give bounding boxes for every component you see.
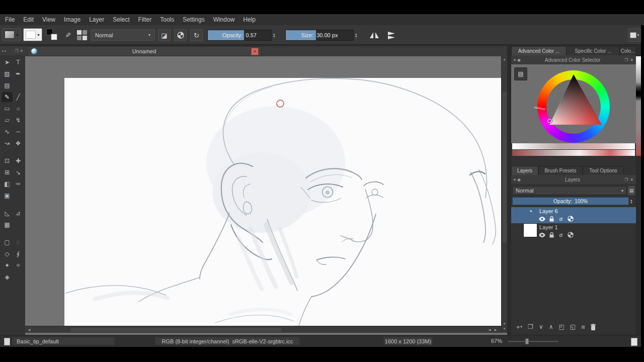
color-selector-handle[interactable]	[547, 119, 552, 123]
scroll-down-icon[interactable]: ▼	[502, 326, 507, 331]
workspace-chooser-button[interactable]: ▾	[628, 28, 641, 42]
layer-inherit-alpha-icon[interactable]	[567, 216, 574, 222]
tool-fill[interactable]: ◧	[2, 179, 13, 189]
tool-select-shapes[interactable]: ➤	[2, 57, 13, 67]
tool-magnetic-select[interactable]: ✧	[13, 260, 24, 270]
tool-freehand-brush[interactable]: ✎	[2, 92, 13, 102]
menu-filter[interactable]: Filter	[137, 16, 153, 23]
menu-image[interactable]: Image	[63, 16, 82, 23]
background-color-swatch[interactable]	[51, 34, 57, 40]
color-profile-status[interactable]: RGB (8-bit integer/channel) sRGB-elle-V2…	[155, 337, 300, 345]
spin-down-icon[interactable]: ▾	[630, 201, 632, 204]
tool-crop[interactable]: ⊡	[2, 156, 13, 166]
menu-edit[interactable]: Edit	[22, 16, 35, 23]
opacity-slider[interactable]: Opacity: 0.57	[207, 30, 272, 41]
panel-splitter[interactable]	[507, 46, 511, 335]
brush-tool-icon[interactable]: ✎	[61, 29, 74, 41]
tool-ellipse-select[interactable]: ◌	[13, 237, 24, 247]
layer-thumbnail[interactable]	[523, 223, 537, 237]
tool-rectangle[interactable]: ▭	[2, 104, 13, 114]
layer-properties-button[interactable]: ≡	[581, 323, 585, 331]
tool-multibrush[interactable]: ❖	[13, 138, 24, 148]
scroll-up-icon[interactable]: ▲	[502, 321, 507, 326]
docker-pin-icon[interactable]: ◉	[517, 177, 521, 182]
size-spinbox[interactable]: ▴▾	[355, 30, 357, 41]
horizontal-scrollbar[interactable]: ◀ ◀ ▶	[25, 326, 501, 333]
layer-visibility-icon[interactable]	[538, 216, 545, 222]
brush-size-slider[interactable]: Size: 30.00 px	[285, 30, 354, 41]
scroll-left-icon[interactable]: ◀	[27, 327, 32, 332]
drag-handle[interactable]	[2, 50, 6, 52]
tab-specific-color[interactable]: Specific Color ...	[567, 46, 620, 55]
mirror-horizontal-button[interactable]	[367, 29, 382, 42]
blending-mode-select[interactable]: Normal ▾	[91, 29, 155, 41]
layer-alpha-lock-icon[interactable]: α	[557, 216, 565, 222]
tool-move[interactable]: ✚	[13, 156, 24, 166]
layer-blending-mode-select[interactable]: Normal ▾	[512, 186, 627, 195]
close-docker-icon[interactable]: ✕	[630, 177, 633, 182]
expander-icon[interactable]: ▸	[530, 209, 532, 213]
docker-collapse-icon[interactable]: ▾	[514, 58, 516, 62]
tool-similar-select[interactable]: ✦	[2, 260, 13, 270]
tool-freehand-select[interactable]: ∮	[13, 249, 24, 259]
gradient-chooser-button[interactable]: ▾	[2, 28, 21, 41]
tool-assistants[interactable]: ◺	[2, 208, 13, 218]
layer-row-layer1[interactable]: Layer 1 α	[511, 223, 636, 239]
mirror-vertical-button[interactable]	[384, 29, 399, 42]
duplicate-layer-button[interactable]: ❐	[528, 323, 533, 330]
tool-polygon[interactable]: ▱	[2, 115, 13, 125]
tool-line[interactable]: ╱	[13, 92, 24, 102]
reload-preset-button[interactable]: ↻	[190, 29, 203, 41]
value-strip[interactable]	[636, 56, 641, 156]
close-docker-icon[interactable]: ✕	[630, 58, 633, 62]
tool-perspective-grid[interactable]: ⊿	[13, 208, 24, 218]
tool-polyline[interactable]: ↯	[13, 115, 24, 125]
menu-help[interactable]: Help	[242, 16, 257, 23]
brush-preset-status[interactable]: Basic_tip_default	[12, 337, 115, 345]
tab-brush-presets[interactable]: Brush Presets	[538, 166, 583, 175]
color-selector-area[interactable]: ▤	[511, 64, 636, 143]
preserve-alpha-button[interactable]	[174, 29, 187, 41]
vertical-scroll-thumb[interactable]	[503, 92, 507, 242]
move-layer-left-button[interactable]: ◰	[558, 323, 564, 330]
fg-bg-color-widget[interactable]	[45, 28, 59, 41]
float-docker-icon[interactable]: ❐	[624, 58, 628, 62]
menu-tools[interactable]: Tools	[159, 16, 175, 23]
tool-bezier-curve[interactable]: ∿	[2, 127, 13, 137]
tool-ellipse[interactable]: ○	[13, 104, 24, 114]
shade-selector-strip-1[interactable]	[512, 143, 635, 149]
scroll-right-icon[interactable]: ▶	[493, 327, 498, 332]
layer-opacity-slider[interactable]: Opacity: 100%	[512, 197, 629, 205]
eraser-mode-button[interactable]: ◪	[158, 29, 171, 41]
spin-down-icon[interactable]: ▾	[355, 35, 357, 38]
float-docker-icon[interactable]: ❐	[15, 49, 18, 53]
vertical-scrollbar[interactable]: ▲ ▲ ▼	[501, 56, 507, 333]
tool-smart-patch[interactable]: ▣	[2, 191, 13, 201]
menu-layer[interactable]: Layer	[88, 16, 105, 23]
tool-measure[interactable]: ↘	[13, 167, 24, 177]
scroll-up-icon[interactable]: ▲	[502, 57, 507, 62]
document-tab[interactable]: Unnamed ✕	[28, 46, 262, 56]
layer-lock-icon[interactable]	[548, 216, 555, 222]
tool-color-sampler[interactable]: ✑	[13, 179, 24, 189]
menu-view[interactable]: View	[41, 16, 56, 23]
layer-visibility-icon[interactable]	[538, 232, 545, 238]
menu-settings[interactable]: Settings	[182, 16, 205, 23]
brush-presets-icon[interactable]	[76, 30, 88, 41]
tool-polygon-select[interactable]: ◇	[2, 249, 13, 259]
layer-opacity-spinbox[interactable]: ▴▾	[630, 197, 632, 205]
layer-alpha-lock-icon[interactable]: α	[557, 232, 565, 238]
tab-layers[interactable]: Layers	[511, 166, 538, 175]
layer-lock-icon[interactable]	[548, 232, 555, 238]
fullscreen-canvas-icon[interactable]	[631, 338, 637, 346]
delete-layer-button[interactable]	[591, 324, 596, 330]
tool-calligraphy[interactable]: ✒	[13, 69, 24, 79]
tool-edit-shapes[interactable]: ▧	[2, 69, 13, 79]
opacity-spinbox[interactable]: ▴▾	[273, 30, 275, 41]
menu-file[interactable]: File	[4, 16, 16, 23]
float-docker-icon[interactable]: ❐	[624, 177, 628, 182]
spin-down-icon[interactable]: ▾	[273, 35, 275, 38]
docker-pin-icon[interactable]: ◉	[517, 58, 521, 62]
canvas-viewport[interactable]: ▲ ▲ ▼ ◀ ◀ ▶	[25, 56, 507, 335]
tool-grid[interactable]: ▦	[2, 220, 13, 230]
